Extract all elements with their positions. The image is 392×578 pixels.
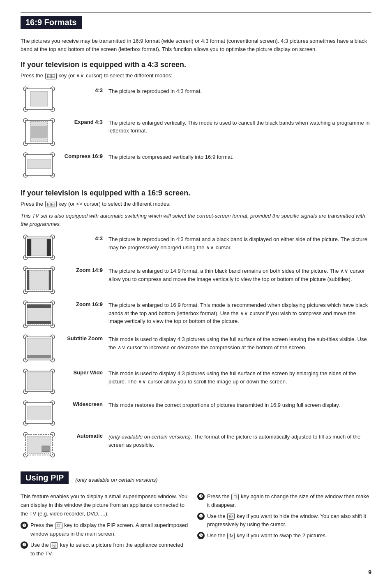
mode-desc-43: The picture is reproduced in 4:3 format. bbox=[107, 84, 371, 116]
svg-rect-5 bbox=[30, 91, 48, 106]
step3-text: Press the □ key again to change the size… bbox=[207, 492, 371, 510]
svg-rect-42 bbox=[27, 321, 51, 324]
section1-title: 16:9 Formats bbox=[21, 16, 82, 29]
mode-desc-automatic: (only available on certain versions). Th… bbox=[107, 429, 371, 461]
pip-step-2: ❷ Use the ◱ key to select a picture from… bbox=[21, 541, 189, 558]
svg-rect-32 bbox=[27, 270, 29, 290]
mode-row-widescreen: Widescreen This mode restores the correc… bbox=[21, 398, 371, 429]
mode-row-zoom169: Zoom 16:9 The picture is enlarged to 16:… bbox=[21, 298, 371, 332]
pip-step-1: ❶ Press the □ key to display the PIP scr… bbox=[21, 521, 189, 539]
section1-header-block: 16:9 Formats bbox=[21, 16, 371, 33]
mode-label-automatic: Automatic bbox=[58, 429, 107, 461]
svg-rect-26 bbox=[31, 239, 47, 256]
section2-subtitle: (only available on certain versions) bbox=[75, 477, 157, 483]
pip-key-1: □ bbox=[55, 522, 62, 529]
subsection2-heading: If your television is equipped with a 16… bbox=[21, 189, 371, 197]
mode-label-zoom149: Zoom 14:9 bbox=[58, 264, 107, 298]
pip-step-4: ❹ Use the ◴ key if you want to hide the … bbox=[197, 512, 371, 529]
subsection1-press-line: Press the ◱◱ key (or ∧∨ cursor) to selec… bbox=[21, 72, 371, 80]
mode-label-expand43: Expand 4:3 bbox=[58, 116, 107, 150]
mode-icon-automatic bbox=[21, 429, 58, 461]
step2-text: Use the ◱ key to select a picture from t… bbox=[30, 541, 189, 558]
mode-row-expand43: Expand 4:3 The picture is enlarged verti… bbox=[21, 116, 371, 150]
svg-rect-24 bbox=[27, 239, 31, 256]
subsection2-press-line: Press the ◱◱ key (or <> cursor) to selec… bbox=[21, 200, 371, 208]
svg-rect-33 bbox=[49, 270, 51, 290]
step3-num: ❸ bbox=[197, 493, 205, 500]
mode-desc-43-wide: The picture is reproduced in 4:3 format … bbox=[107, 232, 371, 264]
pip-intro: This feature enables you to display a sm… bbox=[21, 492, 189, 518]
mode-icon-43 bbox=[21, 84, 58, 116]
modes-43-table: 4:3 The picture is reproduced in 4:3 for… bbox=[21, 84, 371, 181]
step1-text: Press the □ key to display the PIP scree… bbox=[30, 521, 189, 539]
pip-key-2: ◱ bbox=[51, 542, 58, 549]
section2-title: Using PIP bbox=[21, 471, 69, 484]
key-icon-169screen: ◱◱ bbox=[45, 201, 57, 207]
subsection2-italic-note: This TV set is also equipped with automa… bbox=[21, 212, 371, 228]
automatic-italic: (only available on certain versions). bbox=[108, 434, 192, 440]
mode-row-43: 4:3 The picture is reproduced in 4:3 for… bbox=[21, 84, 371, 116]
svg-rect-18 bbox=[27, 160, 51, 169]
pip-divider bbox=[21, 468, 371, 468]
mode-label-super-wide: Super Wide bbox=[58, 366, 107, 398]
top-divider bbox=[21, 12, 371, 13]
mode-icon-subtitle-zoom bbox=[21, 332, 58, 366]
mode-desc-subtitle-zoom: This mode is used to display 4:3 picture… bbox=[107, 332, 371, 366]
mode-label-widescreen: Widescreen bbox=[58, 398, 107, 429]
pip-key-3: □ bbox=[231, 494, 239, 500]
mode-label-compress169: Compress 16:9 bbox=[58, 150, 107, 181]
svg-rect-49 bbox=[27, 355, 51, 358]
mode-icon-43-wide bbox=[21, 232, 58, 264]
mode-row-automatic: Automatic (only available on certain ver… bbox=[21, 429, 371, 461]
mode-icon-widescreen bbox=[21, 398, 58, 429]
svg-rect-41 bbox=[27, 304, 51, 308]
pip-key-4: ◴ bbox=[227, 513, 235, 520]
pip-key-5: ↻ bbox=[227, 533, 235, 539]
step4-text: Use the ◴ key if you want to hide the wi… bbox=[207, 512, 371, 529]
step1-num: ❶ bbox=[21, 522, 28, 529]
mode-label-43-wide: 4:3 bbox=[58, 232, 107, 264]
mode-icon-super-wide bbox=[21, 366, 58, 398]
pip-columns-wrapper: This feature enables you to display a sm… bbox=[21, 492, 371, 561]
mode-icon-compress169 bbox=[21, 150, 58, 181]
step4-num: ❹ bbox=[197, 513, 205, 520]
mode-row-compress169: Compress 16:9 The picture is compressed … bbox=[21, 150, 371, 181]
mode-desc-zoom169: The picture is enlarged to 16:9 format. … bbox=[107, 298, 371, 332]
mode-desc-compress169: The picture is compressed vertically int… bbox=[107, 150, 371, 181]
pip-left-col: This feature enables you to display a sm… bbox=[21, 492, 189, 561]
mode-label-43: 4:3 bbox=[58, 84, 107, 116]
svg-rect-25 bbox=[47, 239, 51, 256]
mode-label-zoom169: Zoom 16:9 bbox=[58, 298, 107, 332]
page-number: 9 bbox=[21, 569, 371, 576]
mode-desc-widescreen: This mode restores the correct proportio… bbox=[107, 398, 371, 429]
subsection1-heading: If your television is equipped with a 4:… bbox=[21, 60, 371, 69]
pip-right-col: ❸ Press the □ key again to change the si… bbox=[197, 492, 371, 561]
section1-intro: The pictures you receive may be transmit… bbox=[21, 37, 371, 53]
mode-row-zoom149: Zoom 14:9 The picture is enlarged to 14:… bbox=[21, 264, 371, 298]
mode-desc-super-wide: This mode is used to display 4:3 picture… bbox=[107, 366, 371, 398]
pip-step-5: ❺ Use the ↻ key if you want to swap the … bbox=[197, 532, 371, 540]
svg-rect-61 bbox=[27, 406, 51, 419]
svg-rect-12 bbox=[30, 126, 48, 138]
mode-desc-expand43: The picture is enlarged vertically. This… bbox=[107, 116, 371, 150]
mode-icon-zoom149 bbox=[21, 264, 58, 298]
mode-row-43-wide: 4:3 The picture is reproduced in 4:3 for… bbox=[21, 232, 371, 264]
pip-step-3: ❸ Press the □ key again to change the si… bbox=[197, 492, 371, 510]
svg-rect-68 bbox=[42, 446, 49, 452]
mode-icon-expand43 bbox=[21, 116, 58, 150]
step5-num: ❺ bbox=[197, 532, 205, 539]
mode-desc-zoom149: The picture is enlarged to 14:9 format, … bbox=[107, 264, 371, 298]
svg-rect-55 bbox=[27, 373, 51, 390]
mode-row-super-wide: Super Wide This mode is used to display … bbox=[21, 366, 371, 398]
step5-text: Use the ↻ key if you want to swap the 2 … bbox=[207, 532, 327, 540]
mode-label-subtitle-zoom: Subtitle Zoom bbox=[58, 332, 107, 366]
step2-num: ❷ bbox=[21, 541, 28, 549]
key-icon-43screen: ◱◱ bbox=[45, 73, 57, 79]
modes-169-table: 4:3 The picture is reproduced in 4:3 for… bbox=[21, 232, 371, 461]
mode-row-subtitle-zoom: Subtitle Zoom This mode is used to displ… bbox=[21, 332, 371, 366]
svg-rect-34 bbox=[29, 270, 49, 290]
mode-icon-zoom169 bbox=[21, 298, 58, 332]
